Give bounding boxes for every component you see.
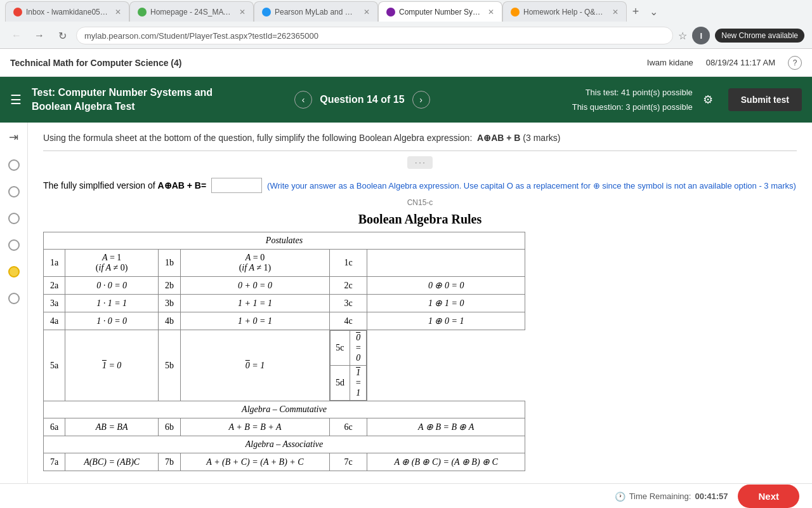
divider-1 bbox=[43, 150, 797, 151]
next-button[interactable]: Next bbox=[738, 485, 799, 508]
table-row: 7a A(BC) = (AB)C 7b A + (B + C) = (A + B… bbox=[44, 453, 525, 471]
forward-button[interactable]: → bbox=[30, 27, 48, 44]
question-nav: ‹ Question 14 of 15 › bbox=[252, 91, 472, 109]
sidebar-arrow[interactable]: ⇥ bbox=[9, 130, 18, 144]
expand-button[interactable]: · · · bbox=[407, 156, 433, 169]
app-title: Technical Math for Computer Science (4) bbox=[10, 58, 181, 68]
datetime: 08/19/24 11:17 AM bbox=[706, 58, 775, 67]
bool-table: Postulates 1a A = 1(if A ≠ 0) 1b A = 0(i… bbox=[43, 232, 525, 471]
test-info: This test: 41 point(s) possible This que… bbox=[473, 85, 693, 115]
bool-table-title: Boolean Algebra Rules bbox=[43, 212, 797, 227]
radio-5[interactable] bbox=[8, 266, 20, 277]
table-row: 3a 1 · 1 = 1 3b 1 + 1 = 1 3c 1 ⊕ 1 = 0 bbox=[44, 295, 525, 312]
radio-4[interactable] bbox=[8, 239, 20, 251]
tab-close-gmail[interactable]: ✕ bbox=[115, 8, 121, 17]
test-header: ☰ Test: Computer Number Systems and Bool… bbox=[0, 77, 812, 123]
bottom-bar: 🕐 Time Remaining: 00:41:57 Next bbox=[0, 483, 812, 508]
tab-bar: Inbox - lwamkidane05@gm... ✕ Homepage - … bbox=[0, 0, 812, 23]
bookmark-icon[interactable]: ☆ bbox=[678, 30, 687, 42]
radio-6[interactable] bbox=[8, 293, 20, 304]
clock-icon: 🕐 bbox=[615, 491, 625, 502]
back-button[interactable]: ← bbox=[8, 27, 25, 44]
radio-2[interactable] bbox=[8, 186, 20, 197]
app-header: Technical Math for Computer Science (4) … bbox=[0, 49, 812, 77]
tab-close-hw[interactable]: ✕ bbox=[612, 8, 619, 17]
username: Iwam kidane bbox=[647, 58, 693, 67]
time-remaining: 🕐 Time Remaining: 00:41:57 bbox=[615, 491, 728, 502]
table-row: 2a 0 · 0 = 0 2b 0 + 0 = 0 2c 0 ⊕ 0 = 0 bbox=[44, 277, 525, 295]
tab-gmail[interactable]: Inbox - lwamkidane05@gm... ✕ bbox=[5, 1, 129, 22]
content-area: Using the formula sheet at the bottom of… bbox=[28, 123, 812, 483]
submit-test-button[interactable]: Submit test bbox=[728, 88, 802, 111]
new-tab-button[interactable]: + bbox=[627, 3, 645, 20]
tab-close-cns[interactable]: ✕ bbox=[488, 8, 494, 17]
commutative-header: Algebra – Commutative bbox=[44, 401, 525, 418]
postulates-header: Postulates bbox=[44, 232, 525, 250]
table-row: 6a AB = BA 6b A + B = B + A 6c A ⊕ B = B… bbox=[44, 418, 525, 436]
tab-cns[interactable]: Computer Number Systems ✕ bbox=[378, 1, 502, 22]
radio-3[interactable] bbox=[8, 213, 20, 224]
tab-close-homepage[interactable]: ✕ bbox=[239, 8, 246, 17]
address-input[interactable]: mylab.pearson.com/Student/PlayerTest.asp… bbox=[76, 27, 673, 44]
sidebar: ⇥ bbox=[0, 123, 28, 483]
question-instruction: Using the formula sheet at the bottom of… bbox=[43, 133, 797, 143]
next-question-button[interactable]: › bbox=[412, 91, 430, 109]
profile-button[interactable]: I bbox=[692, 27, 710, 44]
menu-button[interactable]: ☰ bbox=[10, 92, 22, 107]
answer-input[interactable] bbox=[211, 178, 262, 193]
question-label: Question 14 of 15 bbox=[320, 94, 404, 105]
tab-hw[interactable]: Homework Help - Q&A fro... ✕ bbox=[502, 1, 627, 22]
browser-chrome: Inbox - lwamkidane05@gm... ✕ Homepage - … bbox=[0, 0, 812, 49]
bool-section: Boolean Algebra Rules Postulates 1a A = … bbox=[43, 212, 797, 471]
help-icon[interactable]: ? bbox=[788, 56, 802, 70]
answer-code: CN15-c bbox=[407, 198, 433, 207]
tab-pearson[interactable]: Pearson MyLab and Maste... ✕ bbox=[254, 1, 378, 22]
table-row: 1a A = 1(if A ≠ 0) 1b A = 0(if A ≠ 1) 1c bbox=[44, 250, 525, 277]
answer-hint: (Write your answer as a Boolean Algebra … bbox=[267, 181, 796, 190]
answer-row: The fully simplfied version of A⊕AB + B=… bbox=[43, 178, 797, 193]
answer-prefix: The fully simplfied version of A⊕AB + B= bbox=[43, 180, 206, 190]
address-bar: ← → ↻ mylab.pearson.com/Student/PlayerTe… bbox=[0, 23, 812, 48]
table-row: 4a 1 · 0 = 0 4b 1 + 0 = 1 4c 1 ⊕ 0 = 1 bbox=[44, 312, 525, 330]
associative-header: Algebra – Associative bbox=[44, 436, 525, 453]
reload-button[interactable]: ↻ bbox=[53, 27, 71, 44]
tab-more-button[interactable]: ⌄ bbox=[645, 6, 663, 18]
test-title: Test: Computer Number Systems and Boolea… bbox=[32, 86, 252, 114]
settings-icon[interactable]: ⚙ bbox=[703, 93, 713, 107]
radio-1[interactable] bbox=[8, 159, 20, 171]
main-content: ⇥ Using the formula sheet at the bottom … bbox=[0, 123, 812, 483]
tab-close-pearson[interactable]: ✕ bbox=[363, 8, 370, 17]
tab-homepage[interactable]: Homepage - 24S_MAT800... ✕ bbox=[129, 1, 254, 22]
table-row: 5a 1 = 0 5b 0 = 1 5c0 = 0 5d1 = 1 bbox=[44, 330, 525, 401]
chrome-update-button[interactable]: New Chrome available bbox=[715, 29, 804, 43]
app-header-right: Iwam kidane 08/19/24 11:17 AM ? bbox=[647, 56, 802, 70]
prev-question-button[interactable]: ‹ bbox=[294, 91, 312, 109]
